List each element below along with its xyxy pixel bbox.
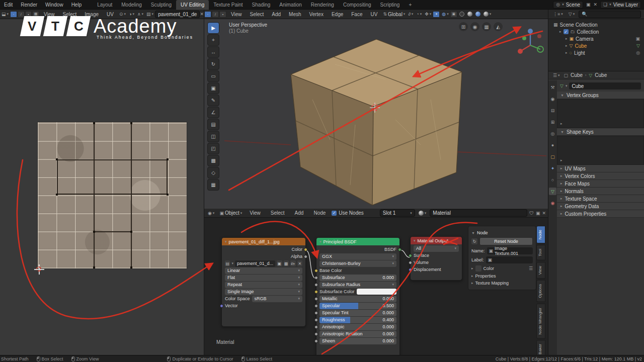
tool-select-box[interactable]: ▶	[207, 22, 219, 34]
node-name-field[interactable]: ▣Image Texture.001	[487, 247, 533, 254]
refresh-icon[interactable]: ↻	[471, 238, 477, 244]
principled-bsdf-node[interactable]: ▾Principled BSDF BSDF GGX▾ Christensen-B…	[316, 237, 400, 355]
image-name-field[interactable]: pavement_01_d...	[235, 260, 275, 267]
tab-sculpting[interactable]: Sculpting	[146, 0, 176, 10]
outliner-cube[interactable]: ▸▽ Cube ▽	[548, 42, 644, 49]
uv-select-vertex-button[interactable]: ·	[10, 11, 17, 18]
shader-editor[interactable]: ▾pavement_01_diff_1...jpg Color Alpha ▤▾…	[204, 218, 548, 355]
shading-wireframe-button[interactable]	[458, 12, 466, 17]
vp-select-vertex-button[interactable]: ·	[204, 11, 211, 18]
base-color-input-socket[interactable]	[314, 269, 318, 273]
tool-bevel[interactable]: ▩	[207, 155, 219, 166]
vp-menu-view[interactable]: View	[227, 10, 246, 19]
reset-node-button[interactable]: Reset Node	[479, 237, 533, 245]
shading-rendered-button[interactable]: ▾	[482, 12, 493, 17]
vp-menu-vertex[interactable]: Vertex	[305, 10, 328, 19]
navigation-gizmo[interactable]	[513, 25, 545, 57]
color-checkbox[interactable]	[475, 265, 481, 272]
tab-options[interactable]: Options	[536, 280, 545, 302]
new-material-icon[interactable]: ▣	[536, 211, 540, 216]
tab-compositing[interactable]: Compositing	[339, 0, 376, 10]
shape-keys-list[interactable]: ▸	[557, 136, 644, 165]
overlays-button[interactable]: ◍▾	[440, 12, 450, 17]
tab-object-data-icon[interactable]: ▽	[549, 188, 556, 195]
section-face-maps[interactable]: ▸Face Maps	[557, 180, 644, 188]
tab-object-icon[interactable]: ▢	[549, 153, 556, 160]
specular-slider[interactable]: Specular0.500	[319, 303, 396, 309]
vp-select-edge-button[interactable]: /	[212, 11, 219, 18]
sheen-slider[interactable]: Sheen0.000	[319, 338, 396, 344]
uv-face-rect[interactable]	[57, 159, 168, 195]
vp-menu-mesh[interactable]: Mesh	[285, 10, 305, 19]
tool-inset[interactable]: ◰	[207, 143, 219, 154]
material-browse-button[interactable]: ▾	[417, 211, 428, 216]
outliner-camera[interactable]: ▸▣ Camera ▣	[548, 35, 644, 42]
subsurface-radius-dropdown[interactable]: Subsurface Radius▾	[319, 282, 396, 288]
move-view-icon[interactable]: ◉	[470, 22, 479, 31]
projection-dropdown[interactable]: Flat▾	[225, 275, 302, 281]
texture-mapping-section[interactable]: Texture Mapping	[475, 281, 509, 286]
vp-menu-add[interactable]: Add	[268, 10, 285, 19]
image-open-icon[interactable]: 🗁	[290, 260, 295, 266]
shading-solid-button[interactable]	[466, 12, 474, 17]
tool-measure[interactable]: ∠	[207, 107, 219, 118]
tab-output-icon[interactable]: ⊟	[549, 107, 556, 114]
tab-texture-paint[interactable]: Texture Paint	[209, 0, 247, 10]
tab-physics-icon[interactable]: ○	[549, 176, 556, 184]
tab-material-icon[interactable]: ◉	[549, 199, 556, 207]
add-workspace-button[interactable]: +	[404, 0, 416, 10]
viewport-3d[interactable]: ▶ + ↔ ↻ ▭ ▣ ✎ ∠ ▤ ◫ ◰ ▩ ◇ ▦ User Perspec…	[204, 19, 548, 209]
source-dropdown[interactable]: Single Image▾	[225, 289, 302, 295]
tab-tool-icon[interactable]: ⚒	[549, 83, 556, 91]
menu-window[interactable]: Window	[41, 0, 67, 10]
xray-toggle-button[interactable]: ▣	[450, 11, 457, 18]
tool-move[interactable]: ↔	[207, 46, 219, 58]
section-uv-maps[interactable]: ▸UV Maps	[557, 165, 644, 172]
section-vertex-groups[interactable]: ▼Vertex Groups	[557, 92, 644, 99]
subsurface-method-dropdown[interactable]: Christensen-Burley▾	[319, 260, 396, 267]
tool-extrude[interactable]: ◫	[207, 131, 219, 142]
tab-view[interactable]: View	[536, 262, 545, 279]
transform-orientation-dropdown[interactable]: ⇅Global▾	[381, 12, 407, 17]
outliner-display-mode-button[interactable]: ⋮≡▾	[551, 12, 565, 17]
subsurface-color-swatch[interactable]	[357, 289, 396, 295]
tab-shading[interactable]: Shading	[248, 0, 275, 10]
section-normals[interactable]: ▸Normals	[557, 188, 644, 195]
shader-mode-dropdown[interactable]: ▣Object▾	[218, 210, 244, 216]
tool-knife[interactable]: ▦	[207, 179, 219, 191]
tab-scene-icon[interactable]: ◎	[549, 130, 556, 137]
tab-node[interactable]: Node	[536, 226, 545, 243]
vp-menu-select[interactable]: Select	[246, 10, 268, 19]
shader-editor-type-button[interactable]: ◉▾	[206, 211, 216, 216]
outliner-scene-collection[interactable]: ▦ Scene Collection	[548, 21, 644, 28]
camera-view-icon[interactable]: ▦	[482, 22, 491, 31]
shader-menu-select[interactable]: Select	[267, 208, 289, 218]
outliner-filter-button[interactable]: ▽▾	[567, 12, 576, 17]
tool-scale[interactable]: ▭	[207, 70, 219, 82]
vp-select-face-button[interactable]: ▪	[219, 11, 226, 18]
vp-menu-face[interactable]: Face	[347, 10, 366, 19]
uv-edge-vertical-1[interactable]	[94, 122, 95, 268]
tab-node-wrangler[interactable]: Node Wrangler	[536, 304, 545, 339]
tab-animation[interactable]: Animation	[275, 0, 306, 10]
vp-menu-edge[interactable]: Edge	[328, 10, 347, 19]
mesh-data-dropdown-icon[interactable]: ▽	[560, 83, 564, 88]
image-pin-icon[interactable]: ▣	[277, 260, 282, 266]
uv-editor[interactable]	[0, 19, 204, 355]
section-geometry-data[interactable]: ▸Geometry Data	[557, 203, 644, 210]
gizmo-toggle-button[interactable]: ✥▾	[423, 12, 433, 17]
uv-edge-horizontal[interactable]	[94, 231, 132, 232]
surface-input-socket[interactable]	[409, 254, 412, 257]
displacement-input-socket[interactable]	[409, 268, 412, 272]
extension-dropdown[interactable]: Repeat▾	[225, 282, 302, 288]
collection-checkbox[interactable]: ✓	[564, 29, 569, 34]
view-layer-selector[interactable]: ❏▾ View Layer	[600, 1, 641, 9]
mesh-name-field[interactable]: Cube	[569, 82, 641, 89]
material-output-node-header[interactable]: ▾Material Output	[411, 237, 462, 244]
zoom-view-icon[interactable]: ⊞	[459, 22, 468, 31]
metallic-slider[interactable]: Metallic0.000	[319, 296, 396, 302]
use-nodes-checkbox[interactable]: ✓	[332, 211, 337, 216]
alpha-output-socket[interactable]	[304, 255, 307, 258]
uv-image-unlink-icon[interactable]: ✕	[200, 12, 204, 17]
vector-input-socket[interactable]	[220, 304, 223, 308]
